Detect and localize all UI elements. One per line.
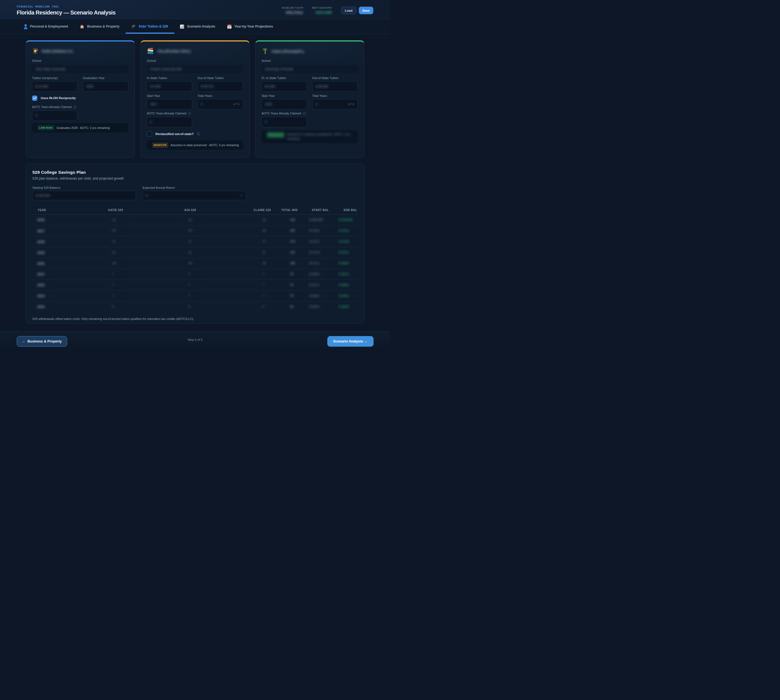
svg-text:17: 17 [229,26,230,28]
svg-text:July: July [229,25,230,26]
